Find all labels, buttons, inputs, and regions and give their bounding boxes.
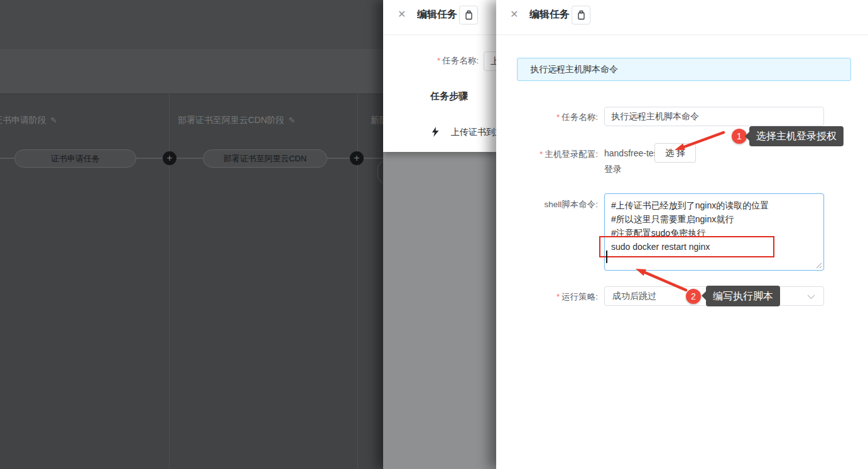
shell-line: #注意配置sudo免密执行 [611, 226, 817, 240]
task-steps-heading: 任务步骤 [430, 90, 468, 102]
header-divider [383, 35, 496, 35]
plus-icon: + [354, 153, 359, 163]
required-mark: * [437, 56, 440, 65]
required-mark: * [556, 112, 560, 122]
delete-task-button[interactable] [572, 6, 590, 24]
delete-task-button[interactable] [459, 6, 478, 24]
stage-column-divider [357, 94, 358, 469]
close-icon[interactable]: ✕ [398, 9, 406, 19]
plus-icon: + [166, 153, 172, 163]
task-name-input-back[interactable]: 上传证书到主机 [484, 51, 496, 71]
trash-icon [464, 10, 474, 20]
required-mark: * [540, 149, 543, 159]
chevron-down-icon [807, 294, 815, 299]
edit-stage-icon[interactable]: ✎ [50, 116, 57, 125]
edit-stage-icon[interactable]: ✎ [288, 116, 295, 125]
stage-column-divider [169, 94, 170, 469]
header-divider [496, 35, 868, 35]
task-pill-deploy-cdn[interactable]: 部署证书至阿里云CDN [203, 149, 327, 168]
dimmed-background: 证书申请阶段✎ 部署证书至阿里云CDN阶段✎ 新阶段 证书申请任务 + 部署证书… [0, 0, 383, 469]
shell-line: #上传证书已经放到了nginx的读取的位置 [611, 198, 817, 212]
run-policy-select[interactable]: 成功后跳过 [604, 286, 824, 306]
resize-handle-icon[interactable] [814, 261, 822, 269]
select-host-button[interactable]: 选 择 [654, 143, 696, 163]
step-item[interactable]: 上传证书到主机 [431, 127, 496, 138]
stage-title-text: 证书申请阶段 [0, 115, 46, 125]
task-name-label: *任务名称: [383, 55, 479, 67]
required-mark: * [556, 292, 560, 301]
app-header-dimmed [0, 0, 383, 49]
shell-line: #所以这里只需要重启nginx就行 [611, 212, 817, 226]
drawer-title: 编辑任务 [417, 8, 457, 21]
add-task-button[interactable]: + [350, 151, 364, 165]
trash-icon [577, 10, 586, 20]
shell-line: sudo docker restart nginx [611, 240, 817, 254]
task-name-input[interactable]: 执行远程主机脚本命令 [604, 107, 824, 126]
drawer-back-content: ✕ 编辑任务 *任务名称: 上传证书到主机 任务步骤 上传证书到主机 [383, 0, 496, 152]
run-policy-label: *运行策略: [496, 291, 598, 303]
task-pill-cert-apply[interactable]: 证书申请任务 [14, 149, 136, 168]
stage-title-text: 新阶段 [371, 115, 383, 125]
screen: 证书申请阶段✎ 部署证书至阿里云CDN阶段✎ 新阶段 证书申请任务 + 部署证书… [0, 0, 868, 469]
run-policy-value: 成功后跳过 [612, 291, 656, 301]
stage-title-text: 部署证书至阿里云CDN阶段 [178, 115, 285, 125]
task-type-banner: 执行远程主机脚本命令 [517, 58, 851, 81]
add-task-button[interactable]: + [163, 151, 176, 165]
shell-script-label: shell脚本命令: [496, 199, 598, 210]
stage-title-cert-apply[interactable]: 证书申请阶段✎ [0, 115, 57, 126]
close-icon[interactable]: ✕ [510, 9, 518, 19]
stage-title-deploy-cdn[interactable]: 部署证书至阿里云CDN阶段✎ [178, 115, 295, 126]
app-toolbar-dimmed [0, 49, 383, 94]
host-login-value-line2: 登录 [604, 164, 622, 175]
task-name-label: *任务名称: [496, 112, 598, 123]
step-item-label: 上传证书到主机 [451, 127, 496, 137]
host-login-label: *主机登录配置: [496, 149, 598, 160]
lightning-icon [431, 127, 440, 137]
drawer-title: 编辑任务 [529, 8, 570, 21]
shell-script-textarea[interactable]: #上传证书已经放到了nginx的读取的位置 #所以这里只需要重启nginx就行 … [604, 193, 824, 271]
host-login-value: handsfree-test [604, 148, 661, 158]
edit-task-drawer-front: ✕ 编辑任务 执行远程主机脚本命令 *任务名称: 执行远程主机脚本命令 *主机登… [496, 0, 868, 469]
stage-title-new-stage[interactable]: 新阶段 [371, 115, 383, 126]
edit-task-drawer-back: ✕ 编辑任务 *任务名称: 上传证书到主机 任务步骤 上传证书到主机 [383, 0, 496, 469]
